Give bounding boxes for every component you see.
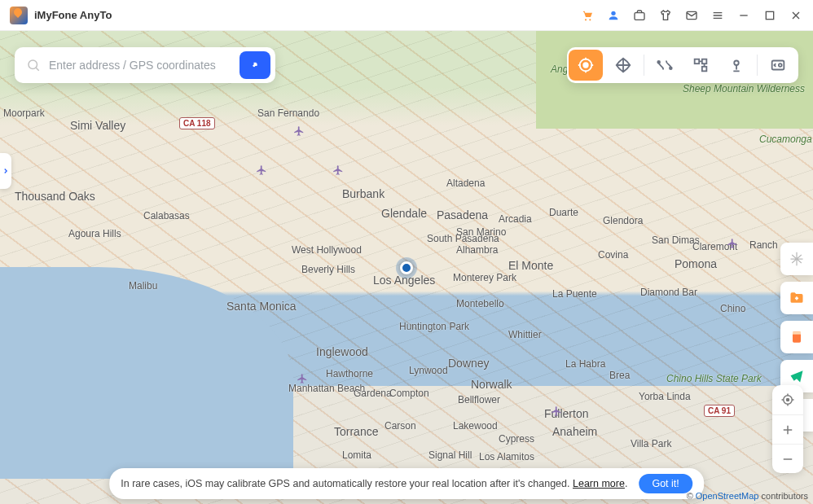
svg-rect-12 <box>702 59 707 64</box>
map-label: Pasadena <box>437 208 488 221</box>
map-label: Gardena <box>354 388 392 399</box>
search-input[interactable] <box>49 59 240 72</box>
map-label: Villa Park <box>631 438 671 449</box>
mode-teleport-button[interactable] <box>719 50 754 81</box>
cooldown-button[interactable] <box>780 243 813 275</box>
map-label: Beverly Hills <box>301 264 355 275</box>
map-label: Ranch <box>749 239 778 251</box>
search-icon <box>26 58 41 72</box>
tshirt-icon[interactable] <box>658 8 673 23</box>
map-label: Glendora <box>603 215 643 226</box>
map-label: Lynwood <box>409 365 448 376</box>
map-label: Yorba Linda <box>639 391 691 402</box>
route-shield: CA 91 <box>704 405 735 417</box>
zoom-in-button[interactable] <box>772 414 803 444</box>
map-label: San Fernando <box>257 107 319 119</box>
maximize-button[interactable] <box>762 8 777 23</box>
map-label: Compton <box>389 388 429 399</box>
mode-two-spot-button[interactable] <box>648 50 682 81</box>
titlebar: iMyFone AnyTo <box>0 0 813 31</box>
svg-point-10 <box>670 67 672 69</box>
close-button[interactable] <box>789 8 803 23</box>
map-label: Pomona <box>675 257 717 270</box>
svg-point-22 <box>787 399 789 401</box>
map-label: Thousand Oaks <box>15 190 95 203</box>
map-label: Monterey Park <box>453 272 516 283</box>
map-label: Huntington Park <box>399 321 469 332</box>
map-label: Diamond Bar <box>640 287 697 298</box>
zoom-out-button[interactable] <box>772 444 803 473</box>
svg-point-2 <box>611 11 615 15</box>
map-label: Simi Valley <box>70 119 125 132</box>
user-icon[interactable] <box>606 8 621 23</box>
briefcase-icon[interactable] <box>632 8 647 23</box>
search-bar <box>15 47 275 83</box>
search-go-button[interactable] <box>240 51 270 79</box>
map-label: Alhambra <box>456 244 498 256</box>
map-label: Lakewood <box>453 420 498 432</box>
mode-free-move-button[interactable] <box>606 50 640 81</box>
svg-point-14 <box>734 61 739 66</box>
map-label: Cypress <box>499 433 534 445</box>
add-folder-button[interactable] <box>780 282 813 314</box>
airport-icon <box>256 164 267 176</box>
map-label: Duarte <box>549 207 578 218</box>
map-canvas[interactable]: Simi ValleyMoorparkSan FernandoThousand … <box>0 31 813 504</box>
svg-point-9 <box>657 61 660 64</box>
calibration-toast: In rare cases, iOS may calibrate GPS and… <box>109 468 704 499</box>
mode-separator <box>644 55 644 76</box>
map-label: Norwalk <box>471 378 512 391</box>
app-logo-icon <box>10 7 28 24</box>
map-label: Calabasas <box>143 210 190 221</box>
map-label: Montebello <box>456 298 504 309</box>
svg-point-0 <box>585 19 587 20</box>
svg-rect-5 <box>766 11 773 19</box>
route-shield: CA 118 <box>179 117 215 129</box>
mode-multi-spot-button[interactable] <box>683 50 718 81</box>
card-button[interactable] <box>780 321 813 353</box>
osm-link[interactable]: OpenStreetMap <box>696 491 759 501</box>
airport-icon <box>297 373 308 384</box>
map-label: San Marino <box>456 226 506 238</box>
map-label: Agoura Hills <box>68 228 121 239</box>
expand-sidebar-handle[interactable] <box>0 153 11 189</box>
airport-icon <box>727 238 738 249</box>
map-label: Carson <box>385 420 416 432</box>
map-label: Chino Hills State Park <box>666 373 762 384</box>
toast-gotit-button[interactable]: Got it! <box>639 474 692 493</box>
map-label: Malibu <box>129 280 157 291</box>
map-label: West Hollywood <box>292 244 362 256</box>
map-attribution: © OpenStreetMap contributors <box>687 491 808 501</box>
map-label: Cucamonga Wilderness <box>759 134 813 145</box>
map-label: Signal Hill <box>428 449 472 461</box>
svg-rect-3 <box>635 12 644 20</box>
app-title: iMyFone AnyTo <box>34 9 112 21</box>
map-label: La Puente <box>552 288 597 300</box>
svg-point-1 <box>589 19 591 20</box>
map-label: Anaheim <box>552 425 597 438</box>
map-label: Whittier <box>508 329 542 340</box>
svg-point-7 <box>583 63 588 68</box>
recenter-button[interactable] <box>772 385 803 414</box>
map-label: Torrance <box>334 425 378 438</box>
menu-icon[interactable] <box>710 8 725 23</box>
map-label: Sheep Mountain Wilderness <box>683 83 805 94</box>
minimize-button[interactable] <box>736 8 751 23</box>
svg-rect-11 <box>695 59 700 64</box>
mode-separator-2 <box>757 55 758 76</box>
airport-icon <box>332 164 344 176</box>
current-location-dot <box>396 257 417 278</box>
airport-icon <box>293 125 305 137</box>
cart-icon[interactable] <box>580 8 595 23</box>
mode-recenter-button[interactable] <box>569 50 603 81</box>
map-label: Altadena <box>446 177 485 189</box>
map-label: Downey <box>448 357 490 370</box>
svg-rect-13 <box>702 67 707 72</box>
map-label: Moorpark <box>3 107 45 119</box>
svg-point-16 <box>779 64 782 67</box>
mode-import-gpx-button[interactable] <box>761 50 795 81</box>
toast-learn-more-link[interactable]: Learn more <box>573 478 625 489</box>
mail-icon[interactable] <box>684 8 699 23</box>
svg-rect-18 <box>793 331 801 334</box>
toast-text: In rare cases, iOS may calibrate GPS and… <box>121 478 627 489</box>
